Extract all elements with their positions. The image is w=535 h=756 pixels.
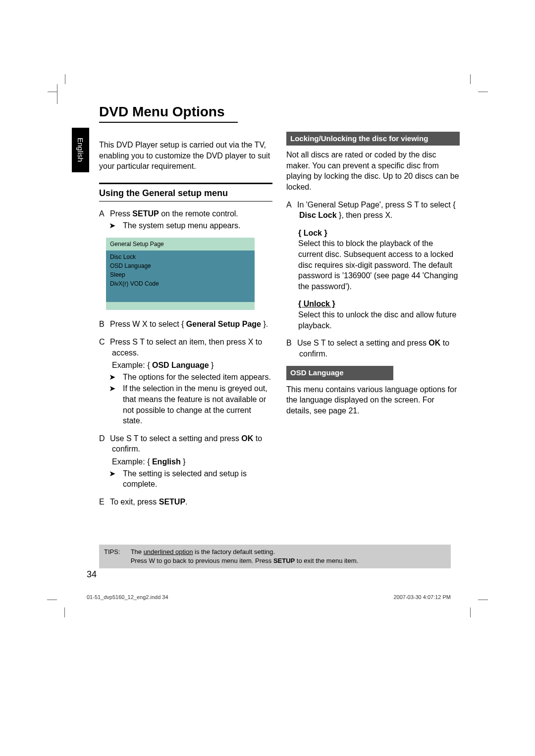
- lock-option: { Lock } Select this to block the playba…: [298, 228, 460, 292]
- language-tab: English: [72, 128, 89, 172]
- footer-timestamp: 2007-03-30 4:07:12 PM: [393, 594, 451, 600]
- osd-header: General Setup Page: [106, 238, 255, 251]
- subhead-osd-language: OSD Language: [286, 366, 393, 380]
- section-heading: Using the General setup menu: [99, 187, 272, 199]
- footer-file: 01-51_dvp5160_12_eng2.indd 34: [87, 594, 168, 600]
- intro-text: This DVD Player setup is carried out via…: [99, 140, 272, 172]
- unlock-option: { Unlock } Select this to unlock the dis…: [298, 299, 460, 331]
- tips-label: TIPS:: [104, 548, 129, 556]
- step-marker: A: [99, 208, 110, 219]
- osd-item: Disc Lock: [110, 252, 251, 261]
- osd-screenshot: General Setup Page Disc Lock OSD Languag…: [106, 238, 255, 310]
- subhead-locking: Locking/Unlocking the disc for viewing: [286, 132, 460, 146]
- left-column: This DVD Player setup is carried out via…: [99, 132, 272, 514]
- right-step-a: AIn 'General Setup Page', press S T to s…: [286, 200, 460, 221]
- page-title: DVD Menu Options: [99, 104, 461, 120]
- page-number: 34: [87, 569, 97, 580]
- osd-item: Sleep: [110, 270, 251, 279]
- osd-item: OSD Language: [110, 261, 251, 270]
- right-column: Locking/Unlocking the disc for viewing N…: [286, 132, 460, 514]
- step-d: DUse S T to select a setting and press O…: [99, 433, 272, 490]
- locking-intro: Not all discs are rated or coded by the …: [286, 150, 460, 192]
- tips-box: TIPS: The underlined option is the facto…: [99, 545, 451, 568]
- step-a: APress SETUP on the remote control. ➤The…: [99, 208, 272, 231]
- language-tab-label: English: [76, 138, 85, 162]
- osd-footer: [106, 302, 255, 310]
- osd-language-text: This menu contains various language opti…: [286, 384, 460, 416]
- osd-body: Disc Lock OSD Language Sleep DivX(r) VOD…: [106, 251, 255, 302]
- title-rule: [99, 122, 238, 123]
- section-rule-bottom: [99, 201, 272, 202]
- step-e: ETo exit, press SETUP.: [99, 497, 272, 507]
- osd-item: DivX(r) VOD Code: [110, 279, 251, 288]
- step-a-sub: ➤The system setup menu appears.: [112, 220, 272, 231]
- step-b: BPress W X to select { General Setup Pag…: [99, 319, 272, 330]
- section-rule-top: [99, 183, 272, 184]
- step-c: CPress S T to select an item, then press…: [99, 337, 272, 426]
- right-step-b: BUse S T to select a setting and press O…: [286, 338, 460, 359]
